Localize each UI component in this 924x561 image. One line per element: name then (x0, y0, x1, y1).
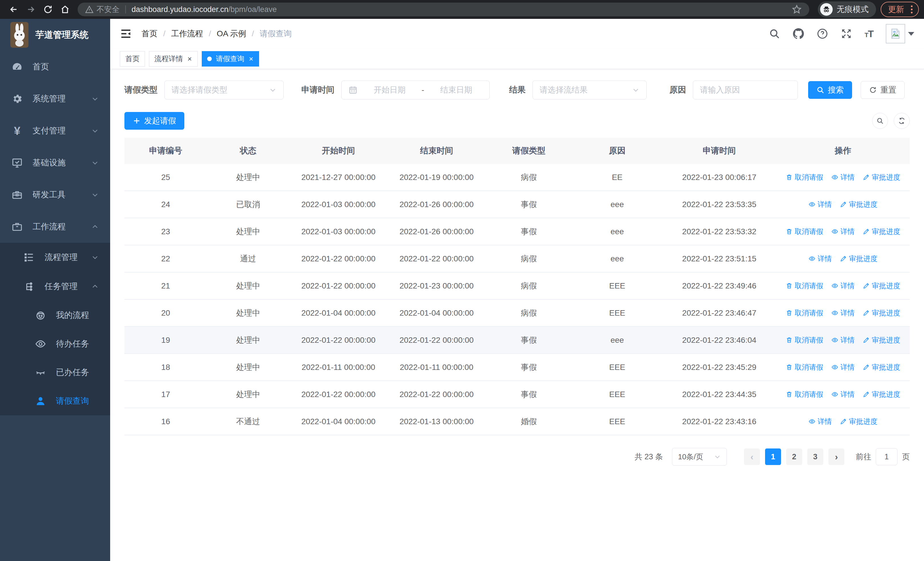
close-icon[interactable]: × (187, 55, 192, 63)
next-page-button[interactable]: › (828, 448, 844, 465)
github-icon[interactable] (793, 28, 804, 39)
action-progress-link[interactable]: 审批进度 (840, 417, 878, 426)
tab-label: 首页 (125, 54, 140, 63)
bookmark-star-icon[interactable] (792, 4, 802, 15)
breadcrumb-item[interactable]: 首页 (141, 28, 158, 39)
fullscreen-icon[interactable] (841, 28, 852, 39)
cell-status: 处理中 (207, 226, 290, 237)
action-detail-link[interactable]: 详情 (831, 173, 855, 182)
filter-form: 请假类型 请选择请假类型 申请时间 开始日期 - 结束日期 结果 请选择流结果 (124, 81, 910, 99)
avatar-caret-icon[interactable] (908, 32, 914, 36)
tab-process-detail[interactable]: 流程详情 × (149, 51, 198, 66)
sidebar-item-my-process[interactable]: 我的流程 (0, 301, 110, 329)
cell-apply-time: 2022-01-22 23:46:47 (662, 308, 776, 317)
search-button[interactable]: 搜索 (808, 81, 852, 99)
action-progress-link[interactable]: 审批进度 (862, 227, 900, 236)
sidebar-item-system[interactable]: 系统管理 (0, 83, 110, 115)
breadcrumb-separator: / (252, 29, 254, 38)
browser-forward-icon[interactable] (24, 3, 38, 16)
leave-type-placeholder: 请选择请假类型 (171, 84, 227, 95)
create-leave-button[interactable]: 发起请假 (124, 112, 184, 130)
help-icon[interactable] (817, 28, 828, 39)
cell-apply-time: 2022-01-22 23:45:29 (662, 363, 776, 372)
result-select[interactable]: 请选择流结果 (532, 81, 646, 99)
action-detail-link[interactable]: 详情 (831, 227, 855, 236)
sidebar-item-payment[interactable]: ¥支付管理 (0, 115, 110, 147)
url-path: /bpm/oa/leave (228, 5, 277, 14)
goto-page-input[interactable] (876, 448, 897, 465)
edit-icon (862, 174, 870, 181)
update-label: 更新 (888, 4, 904, 15)
font-size-icon[interactable]: TT (865, 28, 873, 39)
browser-reload-icon[interactable] (41, 3, 55, 16)
action-cancel-link[interactable]: 取消请假 (786, 390, 823, 399)
refresh-table-button[interactable] (894, 113, 910, 129)
browser-home-icon[interactable] (58, 3, 72, 16)
page-button-3[interactable]: 3 (807, 448, 823, 465)
sidebar-item-infra[interactable]: 基础设施 (0, 147, 110, 179)
action-detail-link[interactable]: 详情 (831, 281, 855, 290)
action-detail-link[interactable]: 详情 (831, 390, 855, 399)
action-progress-link[interactable]: 审批进度 (840, 200, 878, 209)
sidebar-item-devtools[interactable]: 研发工具 (0, 179, 110, 211)
action-progress-link[interactable]: 审批进度 (862, 390, 900, 399)
avatar[interactable] (886, 24, 905, 44)
search-button-label: 搜索 (828, 84, 844, 95)
sidebar-item-task-mgmt[interactable]: 任务管理 (0, 272, 110, 301)
sidebar-item-leave-query[interactable]: 请假查询 (0, 387, 110, 415)
table-row: 24 已取消 2022-01-03 00:00:00 2022-01-26 00… (124, 191, 910, 218)
sidebar-item-workflow[interactable]: 工作流程 (0, 211, 110, 243)
address-bar[interactable]: 不安全 dashboard.yudao.iocoder.cn/bpm/oa/le… (78, 3, 809, 16)
reason-input[interactable] (700, 86, 791, 95)
action-cancel-link[interactable]: 取消请假 (786, 308, 823, 317)
action-detail-link[interactable]: 详情 (831, 308, 855, 317)
tab-home[interactable]: 首页 (120, 51, 145, 66)
cell-leave-type: 事假 (486, 199, 572, 210)
browser-menu-icon[interactable] (909, 4, 915, 15)
breadcrumb-item[interactable]: OA 示例 (217, 28, 246, 39)
apply-time-range-picker[interactable]: 开始日期 - 结束日期 (341, 81, 490, 99)
dashboard-icon (11, 61, 23, 72)
sidebar-item-todo-tasks[interactable]: 待办任务 (0, 329, 110, 358)
sidebar-item-process-mgmt[interactable]: 流程管理 (0, 243, 110, 272)
view-icon (808, 255, 816, 262)
page-button-2[interactable]: 2 (786, 448, 802, 465)
action-progress-link[interactable]: 审批进度 (862, 173, 900, 182)
prev-page-button[interactable]: ‹ (744, 448, 760, 465)
header-search-icon[interactable] (769, 28, 780, 39)
page-size-select[interactable]: 10条/页 (672, 448, 727, 466)
action-detail-link[interactable]: 详情 (831, 335, 855, 345)
show-search-toggle-button[interactable] (872, 113, 888, 129)
action-progress-link[interactable]: 审批进度 (862, 335, 900, 345)
browser-back-icon[interactable] (7, 3, 21, 16)
sidebar-item-home[interactable]: 首页 (0, 51, 110, 83)
action-cancel-link[interactable]: 取消请假 (786, 173, 823, 182)
tab-leave-query[interactable]: 请假查询 × (202, 51, 259, 66)
leave-type-select[interactable]: 请选择请假类型 (164, 81, 284, 99)
reason-label: 原因 (669, 84, 686, 96)
action-progress-link[interactable]: 审批进度 (840, 254, 878, 263)
action-detail-link[interactable]: 详情 (808, 254, 832, 263)
action-cancel-link[interactable]: 取消请假 (786, 281, 823, 290)
page-button-1[interactable]: 1 (765, 448, 781, 465)
action-detail-link[interactable]: 详情 (808, 200, 832, 209)
breadcrumb-item[interactable]: 工作流程 (171, 28, 203, 39)
action-detail-link[interactable]: 详情 (831, 362, 855, 372)
reset-button[interactable]: 重置 (861, 81, 904, 99)
reset-button-label: 重置 (880, 84, 896, 95)
close-icon[interactable]: × (248, 55, 254, 63)
sidebar-collapse-icon[interactable] (120, 28, 132, 40)
action-cancel-link[interactable]: 取消请假 (786, 335, 823, 345)
date-start-placeholder: 开始日期 (363, 84, 416, 95)
action-detail-link[interactable]: 详情 (808, 417, 832, 426)
action-cancel-link[interactable]: 取消请假 (786, 362, 823, 372)
page-unit-label: 页 (902, 451, 910, 462)
incognito-icon (822, 5, 831, 14)
sidebar-item-label: 支付管理 (33, 125, 66, 137)
action-progress-link[interactable]: 审批进度 (862, 362, 900, 372)
browser-update-button[interactable]: 更新 (880, 2, 919, 17)
action-cancel-link[interactable]: 取消请假 (786, 227, 823, 236)
action-progress-link[interactable]: 审批进度 (862, 308, 900, 317)
sidebar-item-done-tasks[interactable]: 已办任务 (0, 358, 110, 387)
action-progress-link[interactable]: 审批进度 (862, 281, 900, 290)
